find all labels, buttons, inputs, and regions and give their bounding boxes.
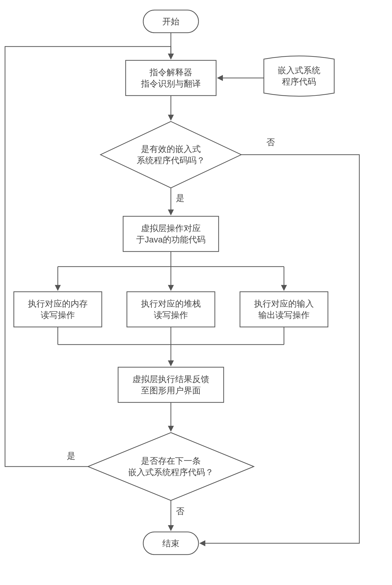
dec1-line1: 是有效的嵌入式 bbox=[141, 144, 201, 154]
op-stack-box bbox=[127, 292, 215, 327]
dec2-line1: 是否存在下一条 bbox=[141, 456, 201, 466]
op-memory-box bbox=[14, 292, 102, 327]
op-mem-line2: 读写操作 bbox=[41, 310, 75, 320]
dec2-no-label: 否 bbox=[176, 506, 184, 516]
interpreter-box bbox=[126, 60, 216, 96]
doc-line2: 程序代码 bbox=[282, 77, 316, 86]
start-label: 开始 bbox=[162, 17, 179, 26]
virtual-line1: 虚拟层操作对应 bbox=[141, 223, 201, 233]
dec1-yes-label: 是 bbox=[176, 193, 184, 203]
virtual-layer-box bbox=[123, 216, 219, 252]
dec2-yes-label: 是 bbox=[67, 451, 75, 461]
feedback-line1: 虚拟层执行结果反馈 bbox=[132, 374, 209, 384]
document-input bbox=[264, 56, 334, 96]
op-mem-line1: 执行对应的内存 bbox=[28, 299, 88, 308]
op-io-line2: 输出读写操作 bbox=[258, 310, 310, 320]
end-label: 结束 bbox=[162, 538, 179, 548]
edge-dec1-no-path bbox=[201, 155, 359, 543]
op-stack-line2: 读写操作 bbox=[154, 310, 188, 320]
feedback-line2: 至图形用户界面 bbox=[141, 386, 201, 395]
decision-has-next bbox=[88, 433, 254, 500]
interpreter-line1: 指令解释器 bbox=[149, 67, 192, 77]
op-io-box bbox=[240, 292, 328, 327]
op-io-line1: 执行对应的输入 bbox=[254, 299, 314, 308]
virtual-line2: 于Java的功能代码 bbox=[136, 235, 206, 244]
op-stack-line1: 执行对应的堆栈 bbox=[141, 299, 201, 308]
dec1-no-label: 否 bbox=[266, 137, 275, 147]
interpreter-line2: 指令识别与翻译 bbox=[141, 79, 201, 88]
feedback-box bbox=[118, 367, 224, 402]
edge-dec2-yes-loop bbox=[5, 47, 171, 467]
doc-line1: 嵌入式系统 bbox=[278, 65, 320, 75]
dec1-line2: 系统程序代码吗？ bbox=[137, 155, 205, 165]
dec2-line2: 嵌入式系统程序代码？ bbox=[128, 467, 214, 477]
decision-valid-code bbox=[101, 121, 241, 188]
